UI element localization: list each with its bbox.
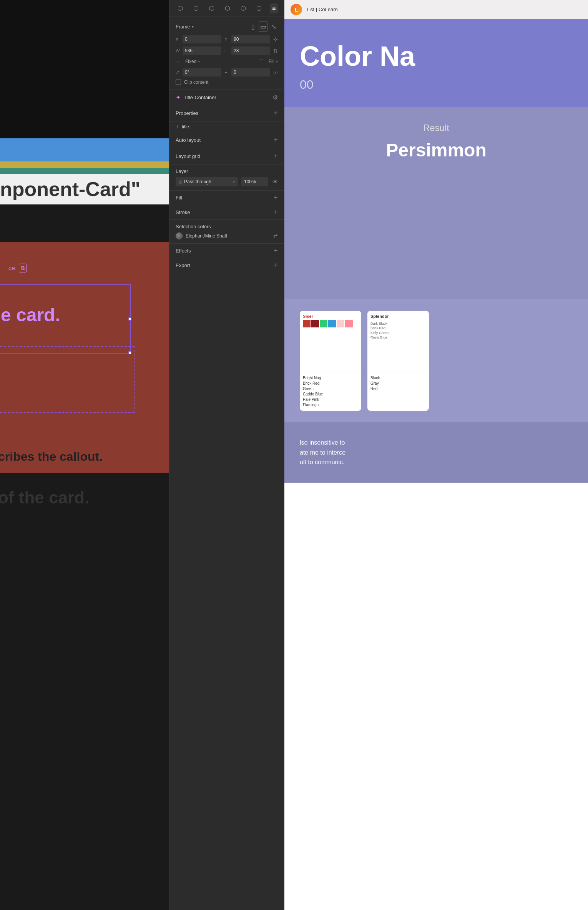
- visibility-icon[interactable]: 👁: [272, 179, 278, 185]
- swatch-red: [303, 320, 311, 327]
- align-bottom-icon[interactable]: ⬡: [254, 3, 264, 13]
- fill-dropdown[interactable]: Fill ▾: [269, 59, 278, 64]
- x-input[interactable]: [183, 35, 221, 43]
- text-type-icon: T: [176, 124, 179, 130]
- property-title-row: T title:: [169, 121, 284, 132]
- siser-card-text: Bright Nug Brick Red Green Caddo Blue Pa…: [300, 372, 361, 411]
- color-swatch[interactable]: [176, 232, 183, 239]
- wh-row: W H ⇅: [176, 46, 278, 55]
- siser-swatches: [303, 320, 353, 327]
- canvas-link-text: ce:: [8, 265, 17, 272]
- frame-desktop-icon[interactable]: ▭: [259, 22, 267, 32]
- clip-content-row: Clip content: [176, 80, 278, 85]
- canvas-callout-text: cribes the callout.: [0, 450, 103, 464]
- lock-ratio-icon[interactable]: ⇅: [273, 48, 278, 54]
- canvas-brown-area: ce: ⧉ e card. cribes the callout. of the…: [0, 242, 169, 473]
- result-color-name: Persimmon: [300, 139, 573, 161]
- panel-toolbar: ⬡ ⬡ ⬡ ⬡ ⬡ ⬡ ≡: [169, 0, 284, 17]
- add-property-icon[interactable]: +: [274, 109, 278, 117]
- w-field: W: [176, 46, 221, 55]
- frame-header: Frame ▾ ▯ ▭ ⤡: [176, 22, 278, 32]
- align-middle-icon[interactable]: ⬡: [238, 3, 248, 13]
- y-input[interactable]: [231, 35, 270, 43]
- tune-icon[interactable]: ⚙: [272, 94, 278, 101]
- fixed-arrow-icon: ↔: [176, 59, 181, 65]
- swatch-green: [320, 320, 327, 327]
- blend-mode-label: Pass through: [184, 179, 233, 184]
- properties-section-header: Properties +: [169, 105, 284, 121]
- align-top-icon[interactable]: ⬡: [223, 3, 233, 13]
- corner-resize-icon[interactable]: ⊡: [273, 69, 278, 75]
- fixed-chevron-icon: ▾: [198, 60, 200, 64]
- lower-section: lso insensitive to ate me to interce ult…: [284, 422, 588, 483]
- add-stroke-icon[interactable]: +: [274, 208, 278, 216]
- product-card-siser-img: Siser: [300, 311, 361, 372]
- canvas-area: nponent-Card" ce: ⧉ e card. cribes the c…: [0, 0, 169, 910]
- frame-phone-icon[interactable]: ▯: [250, 22, 256, 32]
- browser-logo-letter: L: [295, 7, 298, 13]
- add-effect-icon[interactable]: +: [274, 247, 278, 255]
- corner-field: ⌐: [224, 68, 270, 76]
- add-fill-icon[interactable]: +: [274, 194, 278, 202]
- distribute-icon[interactable]: ≡: [270, 3, 278, 13]
- x-field: X: [176, 35, 221, 43]
- component-section: ✦ Title-Container ⚙: [169, 90, 284, 105]
- splendor-text-list: Dark Black Brick Red Kelly Green Royal B…: [370, 322, 389, 339]
- stroke-section: Stroke +: [169, 205, 284, 220]
- color-link-icon[interactable]: ⇄: [273, 233, 278, 239]
- properties-panel: ⬡ ⬡ ⬡ ⬡ ⬡ ⬡ ≡ Frame ▾ ▯ ▭ ⤡ X Y: [169, 0, 284, 910]
- canvas-of-card-text: of the card.: [0, 488, 89, 507]
- clip-content-checkbox[interactable]: [176, 80, 181, 85]
- clip-content-label: Clip content: [184, 80, 208, 85]
- fill-section: Fill +: [169, 191, 284, 205]
- frame-icons-group: ▯ ▭ ⤡: [250, 22, 278, 32]
- fill-label: Fill: [269, 59, 274, 64]
- color-name-header: Color Na 00: [284, 19, 588, 107]
- product-card-siser: Siser Bright Nug Brick Red Green Caddo B…: [300, 311, 361, 411]
- fixed-fill-row: ↔ Fixed ▾ ⌒ Fill ▾: [176, 58, 278, 65]
- align-center-h-icon[interactable]: ⬡: [191, 3, 201, 13]
- effects-section: Effects +: [169, 244, 284, 258]
- canvas-component-text: nponent-Card": [0, 174, 165, 204]
- lower-text-3: ult to communic.: [300, 457, 573, 467]
- component-icon: ✦: [176, 94, 181, 101]
- product-card-splendor-img: Splendor Dark Black Brick Red Kelly Gree…: [367, 311, 429, 372]
- lower-text-2: ate me to interce: [300, 448, 573, 458]
- splendor-card-text: Black Gray Red: [367, 372, 429, 395]
- layer-header: Layer: [176, 168, 278, 174]
- h-input[interactable]: [231, 46, 270, 55]
- canvas-white-section: nponent-Card": [0, 174, 169, 204]
- canvas-link-box[interactable]: ce: ⧉: [4, 261, 31, 275]
- frame-resize-icon[interactable]: ⤡: [270, 22, 278, 32]
- add-auto-layout-icon[interactable]: +: [274, 136, 278, 144]
- fixed-dropdown[interactable]: Fixed ▾: [185, 59, 200, 64]
- browser-content: Color Na 00 Result Persimmon Siser: [284, 19, 588, 910]
- angle-field: ↗: [176, 68, 221, 76]
- y-label: Y: [224, 37, 230, 42]
- blend-mode-dropdown[interactable]: ◎ Pass through ▾: [176, 177, 238, 186]
- product-cards: Siser Bright Nug Brick Red Green Caddo B…: [284, 299, 588, 422]
- export-section: Export +: [169, 258, 284, 272]
- corner-icon: ⌐: [224, 70, 230, 75]
- opacity-value: 100%: [244, 179, 256, 184]
- swatch-darkred: [311, 320, 319, 327]
- angle-input[interactable]: [183, 68, 221, 76]
- swatch-flamingo: [345, 320, 353, 327]
- selection-handle-mr: [128, 317, 131, 320]
- fill-title: Fill: [176, 195, 182, 201]
- h-label: H: [224, 48, 230, 53]
- component-name-group: ✦ Title-Container: [176, 94, 216, 101]
- color-swatch-group: Elephant/Mine Shaft: [176, 232, 227, 239]
- blend-row: ◎ Pass through ▾ 100% 👁: [176, 177, 278, 186]
- align-left-icon[interactable]: ⬡: [175, 3, 185, 13]
- frame-label-group[interactable]: Frame ▾: [176, 24, 194, 30]
- selection-colors-header: Selection colors: [176, 224, 278, 229]
- align-right-icon[interactable]: ⬡: [207, 3, 217, 13]
- add-export-icon[interactable]: +: [274, 261, 278, 269]
- resize-icon[interactable]: ⊹: [273, 36, 278, 42]
- browser-preview: L List | CoLearn Color Na 00 Result Pers…: [284, 0, 588, 910]
- browser-logo: L: [291, 4, 302, 15]
- corner-input[interactable]: [231, 68, 270, 76]
- add-layout-grid-icon[interactable]: +: [274, 152, 278, 160]
- w-input[interactable]: [183, 46, 221, 55]
